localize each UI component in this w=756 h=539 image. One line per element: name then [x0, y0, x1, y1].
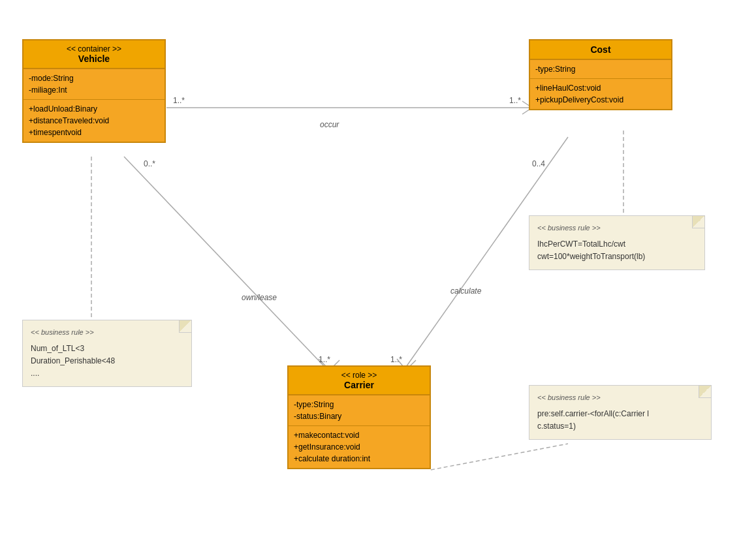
- svg-text:1..*: 1..*: [390, 355, 402, 364]
- vehicle-attributes: -mode:String-miliage:Int: [24, 69, 165, 100]
- diagram-canvas: 1..* 1..* occur 0..* 1..* own/lease 0..4…: [0, 0, 756, 539]
- carrier-note: << business rule >> pre:self.carrier-<fo…: [529, 385, 712, 440]
- vehicle-note-content: Num_of_LTL<3 Duration_Perishable<48 ....: [31, 343, 183, 380]
- cost-note-content: IhcPerCWT=TotalLhc/cwt cwt=100*weightToT…: [537, 238, 697, 263]
- cost-header: Cost: [530, 40, 671, 60]
- svg-text:occur: occur: [320, 120, 339, 129]
- cost-note-stereotype: << business rule >>: [537, 223, 697, 234]
- carrier-class: << role >> Carrier -type:String-status:B…: [287, 365, 431, 469]
- carrier-attributes: -type:String-status:Binary: [289, 395, 430, 426]
- vehicle-header: << container >> Vehicle: [24, 40, 165, 69]
- carrier-operations: +makecontact:void+getInsurance:void+calc…: [289, 426, 430, 468]
- carrier-header: << role >> Carrier: [289, 367, 430, 395]
- svg-text:1..*: 1..*: [319, 355, 330, 364]
- cost-note: << business rule >> IhcPerCWT=TotalLhc/c…: [529, 215, 705, 270]
- svg-text:own/lease: own/lease: [242, 293, 277, 302]
- carrier-note-stereotype: << business rule >>: [537, 392, 703, 404]
- carrier-stereotype: << role >>: [295, 371, 423, 380]
- vehicle-operations: +loadUnload:Binary+distanceTraveled:void…: [24, 100, 165, 142]
- svg-text:0..4: 0..4: [532, 159, 545, 168]
- svg-text:0..*: 0..*: [144, 159, 155, 168]
- cost-operations: +lineHaulCost:void+pickupDeliveryCost:vo…: [530, 79, 671, 109]
- vehicle-name: Vehicle: [30, 54, 158, 64]
- svg-line-2: [431, 444, 568, 470]
- vehicle-note-stereotype: << business rule >>: [31, 327, 183, 339]
- cost-class: Cost -type:String +lineHaulCost:void+pic…: [529, 39, 672, 110]
- vehicle-class: << container >> Vehicle -mode:String-mil…: [22, 39, 166, 143]
- vehicle-stereotype: << container >>: [30, 44, 158, 54]
- svg-text:1..*: 1..*: [509, 96, 521, 105]
- svg-text:1..*: 1..*: [173, 96, 185, 105]
- carrier-note-content: pre:self.carrier-<forAll(c:Carrier l c.s…: [537, 408, 703, 433]
- cost-attributes: -type:String: [530, 60, 671, 79]
- cost-name: Cost: [537, 44, 665, 55]
- carrier-name: Carrier: [295, 380, 423, 390]
- svg-text:calculate: calculate: [450, 286, 482, 296]
- vehicle-note: << business rule >> Num_of_LTL<3 Duratio…: [22, 320, 192, 387]
